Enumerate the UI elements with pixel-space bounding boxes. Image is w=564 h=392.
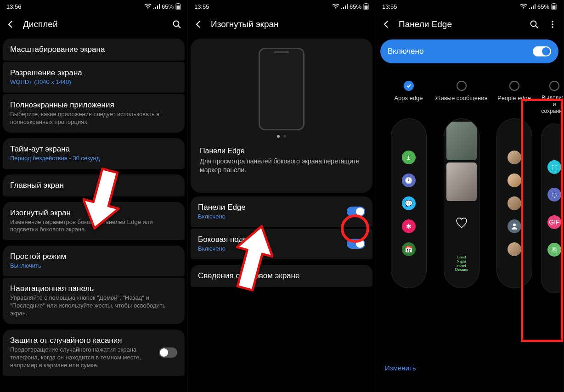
header: Панели Edge (376, 13, 563, 36)
panel-smart-select[interactable]: Выделить и сохранить ⬚ ◌ GIF ⎘ (541, 81, 564, 293)
item-easy-mode[interactable]: Простой режим Выключить (3, 246, 185, 276)
svg-point-11 (552, 21, 553, 22)
signal-icon (153, 4, 160, 9)
battery-icon (551, 3, 557, 10)
add-contact-icon (508, 219, 521, 233)
search-button[interactable] (171, 18, 183, 30)
live-thumb: GoodNightsweetDreams (446, 244, 477, 283)
app-icon: ✱ (402, 219, 416, 233)
svg-point-13 (552, 26, 553, 28)
svg-rect-5 (365, 3, 367, 4)
svg-point-3 (174, 21, 179, 27)
panel-checkbox[interactable] (404, 81, 414, 91)
edge-panels-toggle[interactable] (347, 207, 365, 217)
svg-point-12 (552, 23, 553, 25)
screen-edge-panels: 13:55 65% Панели Edge Включено Apps edge (376, 0, 564, 392)
battery-text: 65% (350, 3, 361, 10)
svg-rect-6 (365, 6, 368, 9)
annotation-arrow (83, 161, 124, 230)
app-icon: 🕐 (402, 174, 416, 187)
panel-checkbox[interactable] (549, 81, 559, 91)
accidental-touch-toggle[interactable] (159, 347, 177, 358)
contact-avatar (508, 242, 521, 256)
wifi-icon (144, 4, 152, 9)
svg-point-14 (513, 224, 516, 226)
status-time: 13:55 (194, 3, 209, 10)
battery-text: 65% (537, 3, 549, 10)
panel-selector-row: Apps edge ± 🕐 💬 ✱ 📅 Живые сообщения G (376, 67, 563, 293)
panel-people-edge[interactable]: People edge (488, 81, 541, 293)
panel-preview (496, 118, 532, 288)
annotation-arrow (231, 225, 273, 298)
live-thumb (446, 122, 477, 160)
panel-apps-edge[interactable]: Apps edge ± 🕐 💬 ✱ 📅 (382, 81, 435, 293)
app-icon: ± (402, 151, 416, 164)
status-bar: 13:55 65% (188, 0, 375, 13)
back-button[interactable] (380, 18, 392, 30)
item-resolution[interactable]: Разрешение экрана WQHD+ (3040 x 1440) (3, 62, 185, 93)
edge-preview-card: Панели Edge Для просмотра панелей боково… (191, 39, 372, 193)
svg-rect-2 (177, 6, 180, 9)
page-indicator (277, 135, 286, 138)
item-navigation-bar[interactable]: Навигационная панель Управляйте с помощь… (3, 278, 185, 324)
enabled-label: Включено (388, 47, 423, 56)
back-button[interactable] (192, 18, 204, 30)
contact-avatar (508, 151, 521, 164)
wifi-icon (520, 4, 527, 9)
signal-icon (341, 4, 348, 9)
master-enable-pill[interactable]: Включено (380, 39, 558, 63)
live-thumb (446, 203, 477, 242)
status-bar: 13:55 65% (376, 0, 563, 13)
app-icon: 💬 (402, 196, 416, 210)
live-thumb (446, 162, 477, 201)
header: Дисплей (0, 13, 187, 36)
svg-rect-9 (553, 6, 556, 9)
item-screen-scale[interactable]: Масштабирование экрана (3, 39, 185, 61)
screen-display: 13:56 65% Дисплей Масштабирование экрана… (0, 0, 188, 392)
tool-icon: ◌ (547, 188, 561, 202)
header: Изогнутый экран (188, 13, 375, 36)
battery-icon (363, 3, 369, 10)
item-edge-panels[interactable]: Панели Edge Включено (191, 196, 372, 227)
item-accidental-touch[interactable]: Защита от случайного касания Предотвраще… (3, 330, 185, 376)
status-bar: 13:56 65% (0, 0, 187, 13)
panel-live-messages[interactable]: Живые сообщения GoodNightsweetDreams (435, 81, 488, 293)
panel-checkbox[interactable] (509, 81, 519, 91)
panel-checkbox[interactable] (457, 81, 467, 91)
tool-icon: ⎘ (547, 243, 561, 257)
master-toggle[interactable] (533, 46, 551, 56)
svg-point-10 (531, 21, 536, 27)
app-icon: 📅 (402, 242, 416, 256)
battery-icon (175, 3, 181, 10)
wifi-icon (332, 4, 339, 9)
battery-text: 65% (162, 3, 174, 10)
contact-avatar (508, 196, 521, 210)
status-time: 13:55 (382, 3, 397, 10)
page-title: Панели Edge (399, 19, 522, 29)
status-time: 13:56 (6, 3, 22, 10)
contact-avatar (508, 174, 521, 187)
item-fullscreen-apps[interactable]: Полноэкранные приложения Выберите, какие… (3, 94, 185, 133)
signal-icon (529, 4, 536, 9)
page-title: Изогнутый экран (211, 19, 371, 29)
screen-edge: 13:55 65% Изогнутый экран Панели Edge Дл… (188, 0, 376, 392)
svg-rect-1 (177, 3, 179, 4)
phone-illustration (259, 48, 305, 130)
panel-preview: GoodNightsweetDreams (444, 118, 479, 288)
edit-link[interactable]: Изменить (385, 364, 416, 372)
search-button[interactable] (528, 18, 540, 30)
svg-rect-8 (553, 3, 555, 4)
preview-heading: Панели Edge (200, 147, 363, 155)
tool-icon: ⬚ (547, 160, 561, 174)
panel-preview: ⬚ ◌ GIF ⎘ (541, 123, 564, 293)
edge-lighting-toggle[interactable] (347, 239, 365, 249)
panel-preview: ± 🕐 💬 ✱ 📅 (391, 118, 427, 288)
more-button[interactable] (547, 18, 558, 30)
item-edge-lighting[interactable]: Боковая подсветка Включено (191, 229, 372, 259)
item-about-edge[interactable]: Сведения о боковом экране (191, 265, 372, 287)
back-button[interactable] (5, 18, 17, 30)
tool-icon: GIF (547, 215, 561, 229)
preview-desc: Для просмотра панелей бокового экрана пе… (200, 157, 363, 174)
page-title: Дисплей (23, 19, 164, 29)
